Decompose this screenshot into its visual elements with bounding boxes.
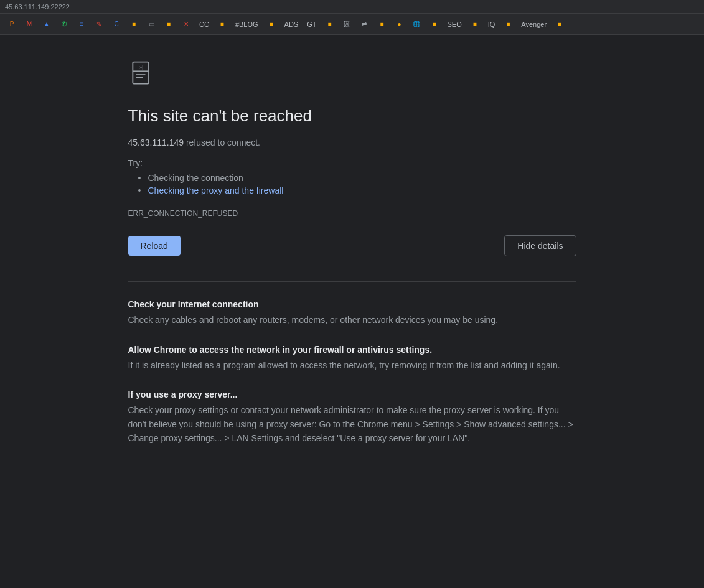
bookmark-icon-bm-monitor: ▭ — [147, 20, 156, 29]
bookmark-icon-bm-yellow1: ■ — [129, 20, 138, 29]
detail-block-0: Check your Internet connectionCheck any … — [128, 299, 576, 327]
bookmark-icon-bm-gmail: M — [25, 20, 34, 29]
detail-block-2: If you use a proxy server...Check your p… — [128, 390, 576, 445]
bookmark-icon-bm-c: C — [112, 20, 121, 29]
bookmark-item-bm-yellow3[interactable]: ■ — [214, 18, 230, 30]
bookmark-item-bm-whatsapp[interactable]: ✆ — [56, 18, 72, 30]
bookmark-item-bm-globe[interactable]: 🌐 — [408, 18, 425, 30]
detail-heading-0: Check your Internet connection — [128, 299, 576, 309]
bookmark-item-bm-yellow7[interactable]: ■ — [426, 18, 442, 30]
bookmark-icon-bm-yellow7: ■ — [429, 20, 438, 29]
bookmark-item-bm-p[interactable]: P — [4, 18, 20, 30]
detail-block-1: Allow Chrome to access the network in yo… — [128, 345, 576, 372]
bookmark-icon-bm-drive: ▲ — [42, 20, 51, 29]
detail-heading-1: Allow Chrome to access the network in yo… — [128, 345, 576, 355]
bookmark-label-bm-iq: IQ — [488, 21, 495, 28]
svg-text::-|: :-| — [138, 64, 143, 70]
bookmark-icon-bm-x: ✕ — [182, 20, 190, 29]
bookmark-item-bm-edit[interactable]: ✎ — [91, 18, 107, 30]
try-section: Try: Checking the connection Checking th… — [128, 158, 576, 197]
bookmark-item-bm-yellow6[interactable]: ■ — [373, 18, 390, 30]
error-title: This site can't be reached — [128, 106, 576, 126]
bookmark-icon-bm-yellow6: ■ — [377, 20, 386, 29]
bookmark-icon-bm-yellow2: ■ — [164, 20, 173, 29]
bookmark-item-bm-yellow5[interactable]: ■ — [321, 18, 337, 30]
try-item-connection: Checking the connection — [138, 172, 576, 184]
bookmark-icon-bm-p: P — [7, 20, 16, 29]
ip-address: 45.63.111.149 — [128, 138, 184, 147]
bookmark-icon-bm-yellow5: ■ — [325, 20, 334, 29]
bookmark-label-bm-seo: SEO — [447, 21, 461, 28]
try-label: Try: — [128, 158, 576, 168]
bookmark-item-bm-docs[interactable]: ≡ — [73, 18, 90, 30]
try-proxy-link[interactable]: Checking the proxy and the firewall — [148, 185, 284, 195]
bookmark-bar: PM▲✆≡✎C■▭■✕CC■#BLOG■ADSGT■🖼⇄■●🌐■SEO■IQ■A… — [0, 14, 704, 35]
bookmark-icon-bm-coin: ● — [395, 20, 403, 29]
bookmark-label-bm-cc: CC — [199, 21, 209, 28]
broken-document-icon: :-| — [128, 60, 156, 87]
bookmark-label-bm-blog: #BLOG — [235, 21, 258, 28]
bookmark-item-bm-yellow8[interactable]: ■ — [467, 18, 483, 30]
bookmark-icon-bm-yellow8: ■ — [471, 20, 479, 29]
bookmark-icon-bm-img: 🖼 — [342, 20, 351, 29]
bookmark-icon-bm-arrow: ⇄ — [360, 20, 368, 29]
detail-text-0: Check any cables and reboot any routers,… — [128, 313, 576, 327]
bookmark-item-bm-gmail[interactable]: M — [21, 18, 37, 30]
bookmark-item-bm-arrow[interactable]: ⇄ — [356, 18, 372, 30]
bookmark-item-bm-cc[interactable]: CC — [195, 19, 213, 30]
bookmark-icon-bm-globe: 🌐 — [412, 20, 421, 29]
error-icon-container: :-| — [128, 60, 576, 89]
try-item-proxy[interactable]: Checking the proxy and the firewall — [138, 184, 576, 197]
detail-heading-2: If you use a proxy server... — [128, 390, 576, 399]
bookmark-icon-bm-yellow10: ■ — [555, 20, 564, 29]
bookmark-item-bm-monitor[interactable]: ▭ — [143, 18, 159, 30]
try-list: Checking the connection Checking the pro… — [128, 172, 576, 197]
bookmark-label-bm-avenger: Avenger — [521, 21, 547, 28]
buttons-row: Reload Hide details — [128, 235, 576, 256]
refused-text: refused to connect. — [186, 138, 260, 147]
error-container: :-| This site can't be reached 45.63.111… — [128, 60, 576, 462]
tab-url: 45.63.111.149:22222 — [5, 3, 70, 11]
bookmark-icon-bm-yellow3: ■ — [218, 20, 227, 29]
bookmark-icon-bm-whatsapp: ✆ — [60, 20, 68, 29]
bookmark-item-bm-ads[interactable]: ADS — [281, 19, 303, 30]
bookmark-item-bm-iq[interactable]: IQ — [484, 19, 499, 30]
bookmark-item-bm-img[interactable]: 🖼 — [339, 18, 355, 30]
bookmark-item-bm-drive[interactable]: ▲ — [39, 18, 55, 30]
bookmark-item-bm-c[interactable]: C — [108, 18, 124, 30]
bookmark-icon-bm-edit: ✎ — [95, 20, 103, 29]
hide-details-button[interactable]: Hide details — [504, 235, 576, 256]
bookmark-item-bm-blog[interactable]: #BLOG — [232, 19, 262, 30]
bookmark-icon-bm-docs: ≡ — [77, 20, 86, 29]
bookmark-item-bm-seo[interactable]: SEO — [443, 19, 465, 30]
title-bar: 45.63.111.149:22222 — [0, 0, 704, 14]
bookmark-icon-bm-yellow4: ■ — [267, 20, 276, 29]
error-description: 45.63.111.149 refused to connect. — [128, 136, 576, 149]
bookmark-item-bm-avenger[interactable]: Avenger — [517, 19, 550, 30]
detail-text-1: If it is already listed as a program all… — [128, 358, 576, 372]
bookmark-item-bm-gt[interactable]: GT — [303, 19, 320, 30]
bookmark-item-bm-yellow9[interactable]: ■ — [500, 18, 516, 30]
bookmark-icon-bm-yellow9: ■ — [504, 20, 512, 29]
bookmark-item-bm-yellow1[interactable]: ■ — [126, 18, 142, 30]
detail-text-2: Check your proxy settings or contact you… — [128, 403, 576, 445]
bookmark-item-bm-yellow4[interactable]: ■ — [263, 18, 279, 30]
reload-button[interactable]: Reload — [128, 236, 181, 256]
details-section: Check your Internet connectionCheck any … — [128, 281, 576, 445]
bookmark-label-bm-ads: ADS — [284, 21, 299, 28]
bookmark-item-bm-x[interactable]: ✕ — [178, 18, 194, 30]
bookmark-item-bm-yellow2[interactable]: ■ — [161, 18, 177, 30]
bookmark-label-bm-gt: GT — [307, 21, 316, 28]
error-code: ERR_CONNECTION_REFUSED — [128, 209, 576, 218]
main-content: :-| This site can't be reached 45.63.111… — [0, 35, 704, 487]
bookmark-item-bm-yellow10[interactable]: ■ — [551, 18, 568, 30]
try-connection-text: Checking the connection — [148, 173, 243, 183]
bookmark-item-bm-coin[interactable]: ● — [391, 18, 407, 30]
